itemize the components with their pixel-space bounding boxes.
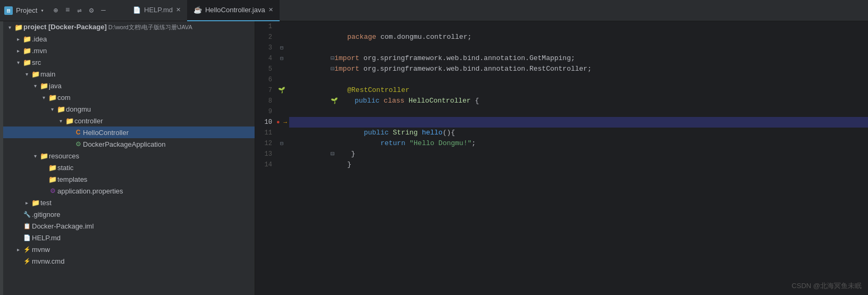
line-num-7: 7 [255,85,272,96]
gutter-3: ⊟ [276,43,287,53]
gutter-1 [276,21,287,32]
gutter-10: ● → [276,117,287,128]
tab-help-label: HELP.md [144,6,173,14]
code-content[interactable]: package com.dongmu.controller; ⊟import o… [287,21,868,295]
arrow-icon: ▾ [5,24,14,30]
arrow-icon: ▸ [14,36,22,42]
cmd-icon: ⚡ [22,258,32,265]
minimize-icon[interactable]: — [101,6,105,15]
tree-item-idea[interactable]: ▸ 📁 .idea [3,33,255,45]
tree-item-mvnw-cmd[interactable]: ⚡ mvnw.cmd [3,255,255,267]
arrow-icon: ▾ [56,118,65,124]
tree-item-project-root[interactable]: ▾ 📁 project [Docker-Package] D:\word文档\电… [3,21,255,33]
tree-item-templates[interactable]: 📁 templates [3,173,255,185]
tree-item-resources[interactable]: ▾ 📁 resources [3,150,255,162]
tree-item-test[interactable]: ▸ 📁 test [3,197,255,208]
gutter-8 [276,96,287,106]
code-line-2 [289,32,868,43]
code-line-5 [289,64,868,74]
line-num-5: 5 [255,64,272,74]
app-properties-label: application.properties [57,187,250,195]
md-file-icon: 📄 [133,6,141,14]
code-line-6: @RestController [289,74,868,85]
gutter-12: ⊟ [276,138,287,149]
gutter-6 [276,74,287,85]
tree-item-controller[interactable]: ▾ 📁 controller [3,115,255,127]
resources-label: resources [49,152,250,160]
tree-item-main[interactable]: ▾ 📁 main [3,68,255,80]
tree-item-com[interactable]: ▾ 📁 com [3,91,255,103]
tree-item-static[interactable]: 📁 static [3,162,255,173]
tree-item-dongmu[interactable]: ▾ 📁 dongmu [3,103,255,115]
folder-icon: 📁 [22,58,32,66]
tree-item-app-properties[interactable]: ⚙ application.properties [3,185,255,197]
iml-icon: 📋 [22,223,32,230]
arrow-icon: ▾ [31,83,39,89]
tree-item-java-folder[interactable]: ▾ 📁 java [3,80,255,91]
line-num-10: 10 [255,117,272,128]
fold-marker-4[interactable]: ⊟ [280,56,283,62]
code-line-13: } [289,149,868,159]
mvn-label: .mvn [32,47,250,55]
tree-item-iml[interactable]: 📋 Docker-Package.iml [3,220,255,232]
line-num-9: 9 [255,106,272,117]
line-num-13: 13 [255,149,272,159]
folder-icon: 📁 [56,105,66,113]
arrow-icon: ▾ [14,60,22,65]
code-line-7: 🌱 public class HelloController { [289,85,868,96]
tab-help-close[interactable]: ✕ [176,6,181,13]
line-num-2: 2 [255,32,272,43]
java-folder-label: java [49,82,250,90]
main-content: ▾ 📁 project [Docker-Package] D:\word文档\电… [0,21,868,295]
tree-item-mvn[interactable]: ▸ 📁 .mvn [3,45,255,56]
debug-breakpoint-icon[interactable]: ● [276,119,280,125]
templates-label: templates [57,175,250,183]
tab-help[interactable]: 📄 HELP.md ✕ [127,0,187,21]
tree-item-gitignore[interactable]: 🔧 .gitignore [3,208,255,220]
fold-marker-3[interactable]: ⊟ [280,45,283,51]
tree-item-docker-app[interactable]: ⚙ DockerPackageApplication [3,138,255,150]
title-dropdown-icon[interactable]: ▾ [40,7,44,14]
title-bar-title: Project [16,6,37,14]
line-num-11: 11 [255,128,272,138]
tab-hello-controller[interactable]: ☕ HelloController.java ✕ [187,0,280,21]
mvnw-label: mvnw [32,246,250,254]
tree-item-help-md[interactable]: 📄 HELP.md [3,232,255,243]
folder-icon: 📁 [22,47,32,55]
arrow-icon: ▸ [14,247,22,252]
main-label: main [40,70,250,78]
gutter-2 [276,32,287,43]
add-icon[interactable]: ⊕ [54,6,58,15]
help-md-label: HELP.md [32,234,250,242]
sidebar-tree: ▾ 📁 project [Docker-Package] D:\word文档\电… [0,21,255,267]
java-class-icon: C [73,129,83,136]
docker-app-label: DockerPackageApplication [83,140,250,148]
sync-icon[interactable]: ⇌ [77,6,81,15]
tree-item-src[interactable]: ▾ 📁 src [3,56,255,68]
gutter-14 [276,159,287,170]
md-icon: 📄 [22,234,32,241]
list-icon[interactable]: ≡ [65,6,70,15]
project-root-label: project [Docker-Package] D:\word文档\电子版练习… [23,23,250,31]
line-num-4: 4 [255,53,272,64]
tab-hello-close[interactable]: ✕ [268,6,273,13]
fold-marker-12[interactable]: ⊟ [280,141,283,147]
arrow-icon: ▾ [48,106,56,112]
code-line-12: ⊟ } [289,138,868,149]
arrow-icon: ▸ [14,48,22,54]
code-line-3: ⊟import org.springframework.web.bind.ann… [289,43,868,53]
tree-item-hello-controller[interactable]: C HelloController [3,127,255,138]
sidebar-resize-handle[interactable] [0,21,3,295]
code-container: 1 2 3 4 5 6 7 8 9 10 11 12 13 14 ⊟ [255,21,868,295]
mvnw-cmd-label: mvnw.cmd [32,257,250,265]
folder-icon: 📁 [48,175,57,183]
settings-icon[interactable]: ⚙ [89,6,94,15]
folder-icon: 📁 [65,117,74,125]
folder-icon: 📁 [14,23,23,31]
sh-icon: ⚡ [22,246,32,253]
tree-item-mvnw[interactable]: ▸ ⚡ mvnw [3,243,255,255]
code-line-4: ⊟import org.springframework.web.bind.ann… [289,53,868,64]
hello-controller-label: HelloController [83,129,250,137]
editor-area[interactable]: 1 2 3 4 5 6 7 8 9 10 11 12 13 14 ⊟ [255,21,868,295]
code-line-14 [289,159,868,170]
